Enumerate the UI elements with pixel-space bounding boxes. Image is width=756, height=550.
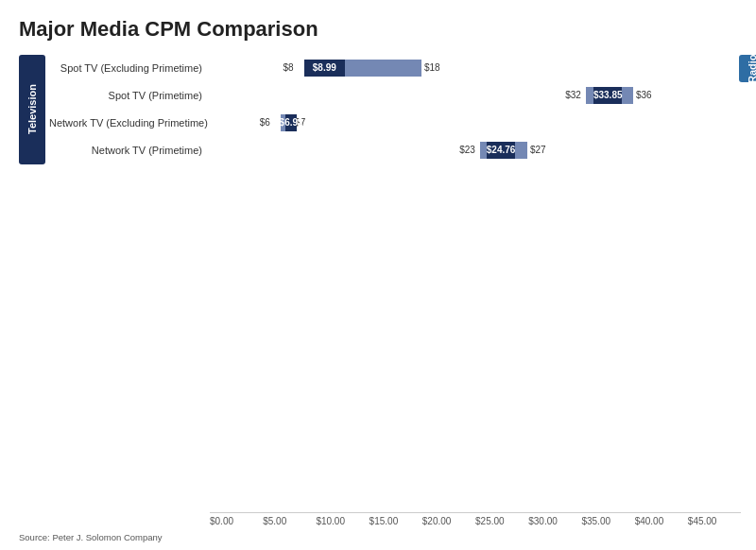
bar-track: $8.99$8$18 xyxy=(210,60,739,77)
x-tick: $15.00 xyxy=(369,513,422,526)
median-label: $24.76 xyxy=(487,145,516,155)
bar-median: $8.99 xyxy=(304,60,346,77)
bar-median: $33.85 xyxy=(593,87,622,104)
bar-row: Network TV (Excluding Primetime)$6.92$6$… xyxy=(49,110,739,135)
median-label: $33.85 xyxy=(593,90,623,100)
median-label: $6.92 xyxy=(280,117,303,128)
bar-track: $33.85$32$36 xyxy=(210,87,739,104)
high-label: $27 xyxy=(530,145,546,155)
row-label: Network TV (Excluding Primetime) xyxy=(49,117,210,129)
bar-track: $6.92$6$7 xyxy=(210,114,739,131)
x-tick: $45.00 xyxy=(688,513,741,526)
x-tick: $40.00 xyxy=(635,513,688,526)
x-tick: $10.00 xyxy=(316,513,369,526)
chart-body: TelevisionSpot TV (Excluding Primetime)$… xyxy=(19,55,737,508)
section-radio: RadioRadio$13.50$11$16 xyxy=(739,55,756,507)
x-tick: $5.00 xyxy=(263,513,316,526)
low-label: $23 xyxy=(459,145,475,155)
x-tick: $30.00 xyxy=(528,513,581,526)
bar-track: $24.76$23$27 xyxy=(210,142,739,159)
chart-container: Major Media CPM Comparison TelevisionSpo… xyxy=(0,0,756,550)
x-tick: $35.00 xyxy=(581,513,634,526)
x-tick: $20.00 xyxy=(422,513,475,526)
bar-row: Spot TV (Primetime)$33.85$32$36 xyxy=(49,82,739,108)
low-label: $8 xyxy=(284,62,294,73)
high-label: $18 xyxy=(424,62,440,73)
bar-median: $6.92 xyxy=(285,114,297,131)
chart-title: Major Media CPM Comparison xyxy=(19,17,737,42)
bar-median: $24.76 xyxy=(487,142,515,159)
footnote1: Source: Peter J. Solomon Company xyxy=(19,532,737,542)
low-label: $32 xyxy=(565,90,581,100)
section-label-television: Television xyxy=(19,55,45,164)
median-label: $8.99 xyxy=(313,62,336,73)
row-label: Spot TV (Excluding Primetime) xyxy=(49,62,210,74)
x-tick: $25.00 xyxy=(475,513,528,526)
x-tick: $0.00 xyxy=(210,513,263,526)
high-label: $36 xyxy=(636,90,652,100)
low-label: $6 xyxy=(260,117,270,128)
section-television: TelevisionSpot TV (Excluding Primetime)$… xyxy=(19,55,739,507)
row-label: Spot TV (Primetime) xyxy=(49,90,210,101)
section-label-radio: Radio xyxy=(739,55,756,82)
x-axis: $0.00$5.00$10.00$15.00$20.00$25.00$30.00… xyxy=(210,512,741,526)
row-label: Network TV (Primetime) xyxy=(49,145,210,156)
bar-row: Network TV (Primetime)$24.76$23$27 xyxy=(49,137,739,163)
bar-row: Spot TV (Excluding Primetime)$8.99$8$18 xyxy=(49,55,739,80)
